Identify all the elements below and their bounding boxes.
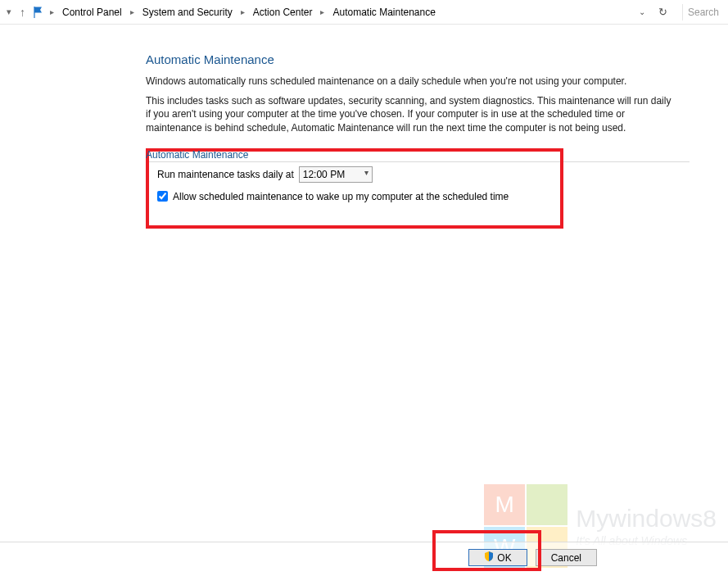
main-content: Automatic Maintenance Windows automatica… [0, 25, 694, 229]
run-time-select[interactable]: 12:00 PM [299, 166, 373, 183]
nav-history-icon[interactable]: ▾ [5, 7, 13, 17]
crumb-automatic-maintenance[interactable]: Automatic Maintenance [329, 7, 438, 18]
allow-wake-checkbox[interactable] [157, 191, 168, 202]
run-time-label: Run maintenance tasks daily at [157, 169, 294, 180]
location-dropdown-icon[interactable]: ⌄ [634, 7, 650, 16]
up-arrow-icon[interactable]: ↑ [16, 6, 29, 19]
search-input[interactable]: Search [682, 4, 723, 20]
refresh-icon[interactable]: ↻ [653, 6, 672, 18]
breadcrumb-bar: ▾ ↑ ▸ Control Panel ▸ System and Securit… [0, 0, 728, 25]
chevron-right-icon: ▸ [48, 7, 56, 16]
intro-paragraph-1: Windows automatically runs scheduled mai… [146, 75, 678, 88]
crumb-control-panel[interactable]: Control Panel [59, 7, 125, 18]
watermark-brand: Mywindows8 [576, 505, 717, 533]
allow-wake-row: Allow scheduled maintenance to wake up m… [157, 191, 552, 202]
crumb-action-center[interactable]: Action Center [250, 7, 316, 18]
crumb-system-security[interactable]: System and Security [139, 7, 236, 18]
shield-icon [484, 551, 494, 564]
intro-paragraph-2: This includes tasks such as software upd… [146, 94, 678, 134]
ok-button[interactable]: OK [468, 549, 527, 566]
bottom-bar: OK Cancel [0, 542, 728, 566]
page-title: Automatic Maintenance [146, 52, 678, 66]
chevron-right-icon: ▸ [239, 7, 246, 16]
run-time-row: Run maintenance tasks daily at 12:00 PM [157, 166, 552, 183]
chevron-right-icon: ▸ [319, 7, 326, 16]
flag-icon[interactable] [32, 6, 45, 19]
ok-button-label: OK [497, 552, 511, 564]
cancel-button[interactable]: Cancel [536, 549, 597, 566]
allow-wake-label: Allow scheduled maintenance to wake up m… [173, 191, 509, 202]
chevron-right-icon: ▸ [129, 7, 136, 16]
cancel-button-label: Cancel [551, 552, 581, 564]
